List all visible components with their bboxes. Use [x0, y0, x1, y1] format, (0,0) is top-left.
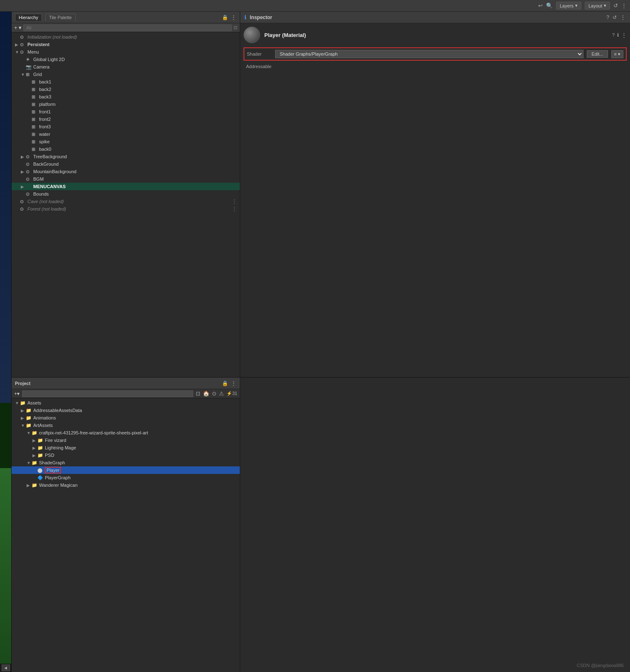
project-arrow-assets[interactable]: ▼ [15, 401, 20, 405]
addressable-label: Addressable [246, 64, 271, 69]
project-filter-icon2[interactable]: 🏠 [203, 390, 209, 397]
hierarchy-dots-forest[interactable]: ⋮ [231, 206, 240, 212]
hierarchy-arrow-mountainbg[interactable]: ▶ [21, 169, 26, 174]
hierarchy-item-back1[interactable]: ⊞back1 [12, 78, 240, 86]
hierarchy-item-front2[interactable]: ⊞front2 [12, 115, 240, 123]
hierarchy-item-water[interactable]: ⊞water [12, 130, 240, 138]
hierarchy-arrow-persistent[interactable]: ▶ [15, 42, 20, 47]
project-item-lightningmage[interactable]: ▶📁Lightning Mage [12, 444, 240, 451]
search-icon[interactable]: 🔍 [546, 2, 553, 9]
project-arrow-animations[interactable]: ▶ [21, 416, 26, 420]
project-arrow-craftpix[interactable]: ▼ [27, 431, 32, 435]
inspector-menu-icon[interactable]: ⋮ [620, 14, 626, 21]
hierarchy-search-input[interactable] [23, 25, 232, 31]
collapse-button[interactable]: ◀ [2, 665, 10, 671]
refresh-icon[interactable]: ↺ [613, 2, 618, 9]
hierarchy-item-treebg[interactable]: ▶⊙TreeBackground [12, 153, 240, 160]
hierarchy-arrow-menu[interactable]: ▼ [15, 50, 20, 54]
project-item-firevizard[interactable]: ▶📁Fire vizard [12, 437, 240, 444]
hierarchy-item-forest[interactable]: ⊙Forest (not loaded)⋮ [12, 205, 240, 213]
project-icon-shadergraph: 📁 [32, 460, 38, 466]
hierarchy-item-spike[interactable]: ⊞spike [12, 138, 240, 145]
project-toolbar: +▾ ⊡ 🏠 ⊙ ⚠ ⚡31 [12, 389, 240, 398]
project-label-shadergraph: ShadeGraph [39, 460, 65, 465]
layout-button[interactable]: Layout ▾ [585, 2, 610, 10]
hierarchy-item-platform[interactable]: ⊞platform [12, 101, 240, 108]
project-item-animations[interactable]: ▶📁Animations [12, 414, 240, 422]
inspector-question-icon[interactable]: ? [606, 15, 609, 20]
project-arrow-shadergraph[interactable]: ▼ [27, 461, 32, 465]
hierarchy-arrow-menucanvas[interactable]: ▶ [21, 184, 26, 189]
hierarchy-icon-spike: ⊞ [32, 139, 38, 145]
hierarchy-arrow-grid[interactable]: ▼ [21, 72, 26, 77]
material-question-icon[interactable]: ? [612, 32, 615, 37]
project-arrow-addressable[interactable]: ▶ [21, 408, 26, 413]
hierarchy-item-grid[interactable]: ▼⊞Grid [12, 71, 240, 78]
project-item-addressable[interactable]: ▶📁AddressableAssetsData [12, 407, 240, 414]
hierarchy-arrow-treebg[interactable]: ▶ [21, 155, 26, 159]
project-icon-playergraph: 🔷 [37, 475, 44, 481]
project-item-artassets[interactable]: ▼📁ArtAssets [12, 422, 240, 429]
project-arrow-psd[interactable]: ▶ [32, 453, 37, 458]
tab-hierarchy[interactable]: Hierarchy [15, 14, 42, 21]
hierarchy-lock-icon[interactable]: 🔒 [222, 15, 228, 20]
hierarchy-item-menu[interactable]: ▼⊙Menu [12, 48, 240, 56]
project-item-craftpix[interactable]: ▼📁craftpix-net-431295-free-wizard-sprite… [12, 429, 240, 437]
project-arrow-wanderermagican[interactable]: ▶ [27, 483, 32, 488]
project-icon-lightningmage: 📁 [37, 445, 44, 451]
hierarchy-icon-back3: ⊞ [32, 94, 38, 100]
shader-dropdown[interactable]: Shader Graphs/PlayerGraph [275, 50, 583, 58]
hierarchy-item-init[interactable]: ⊙Initialization (not loaded) [12, 33, 240, 41]
topbar-menu-icon[interactable]: ⋮ [621, 2, 627, 9]
project-label-firevizard: Fire vizard [45, 438, 66, 443]
project-item-psd[interactable]: ▶📁PSD [12, 451, 240, 459]
material-menu-icon[interactable]: ⋮ [621, 32, 627, 38]
hierarchy-item-back3[interactable]: ⊞back3 [12, 93, 240, 101]
project-lock-icon[interactable]: 🔒 [222, 380, 228, 386]
search-expand-icon[interactable]: ⊡ [234, 25, 237, 30]
hierarchy-item-front1[interactable]: ⊞front1 [12, 108, 240, 115]
hierarchy-item-persistent[interactable]: ▶⊙Persistent [12, 41, 240, 48]
project-search-input[interactable] [22, 390, 193, 397]
hierarchy-item-camera[interactable]: 📷Camera [12, 63, 240, 71]
project-filter-icon3[interactable]: ⊙ [212, 390, 217, 397]
tab-tile-palette[interactable]: Tile Palette [45, 14, 76, 21]
inspector-refresh-icon[interactable]: ↺ [613, 15, 617, 20]
project-arrow-firevizard[interactable]: ▶ [32, 438, 37, 443]
hierarchy-item-back2[interactable]: ⊞back2 [12, 86, 240, 93]
history-icon[interactable]: ↩ [538, 2, 543, 9]
hierarchy-item-front3[interactable]: ⊞front3 [12, 123, 240, 130]
project-arrow-artassets[interactable]: ▼ [21, 423, 26, 428]
project-item-wanderermagican[interactable]: ▶📁Wanderer Magican [12, 481, 240, 489]
material-info-icon[interactable]: ℹ [617, 32, 619, 38]
shader-edit-button[interactable]: Edit... [587, 50, 608, 58]
hierarchy-label-mountainbg: MountainBackground [33, 169, 76, 174]
hierarchy-menu-icon[interactable]: ⋮ [231, 14, 236, 21]
hierarchy-item-mountainbg[interactable]: ▶⊙MountainBackground [12, 168, 240, 175]
project-filter-icon4[interactable]: ⚠ [219, 390, 224, 397]
layers-button[interactable]: Layers ▾ [556, 2, 581, 10]
project-menu-icon[interactable]: ⋮ [231, 380, 236, 387]
hierarchy-item-globallight[interactable]: ☀Global Light 2D [12, 56, 240, 63]
project-add-button[interactable]: +▾ [14, 391, 20, 397]
project-item-shadergraph[interactable]: ▼📁ShadeGraph [12, 459, 240, 466]
hierarchy-label-back1: back1 [39, 79, 51, 84]
hierarchy-label-front1: front1 [39, 109, 51, 114]
hierarchy-item-bounds[interactable]: ⊙Bounds [12, 190, 240, 198]
project-item-playergraph[interactable]: 🔷PlayerGraph [12, 474, 240, 481]
hierarchy-label-treebg: TreeBackground [33, 154, 67, 159]
project-item-assets[interactable]: ▼📁Assets [12, 399, 240, 407]
project-arrow-lightningmage[interactable]: ▶ [32, 446, 37, 450]
add-button[interactable]: + ▾ [14, 25, 22, 31]
project-item-player[interactable]: ⬤Player [12, 466, 240, 474]
shader-list-button[interactable]: ≡ ▾ [611, 50, 623, 58]
project-filter-icon1[interactable]: ⊡ [196, 390, 200, 397]
hierarchy-icon-init: ⊙ [20, 34, 27, 40]
hierarchy-label-globallight: Global Light 2D [33, 57, 65, 62]
hierarchy-item-bgm[interactable]: ⊙BGM [12, 175, 240, 183]
hierarchy-item-menucanvas[interactable]: ▶MENUCANVAS [12, 183, 240, 190]
hierarchy-dots-cave[interactable]: ⋮ [231, 198, 240, 205]
hierarchy-item-background[interactable]: ⊙BackGround [12, 160, 240, 168]
hierarchy-item-back0[interactable]: ⊞back0 [12, 145, 240, 153]
hierarchy-item-cave[interactable]: ⊙Cave (not loaded)⋮ [12, 198, 240, 205]
